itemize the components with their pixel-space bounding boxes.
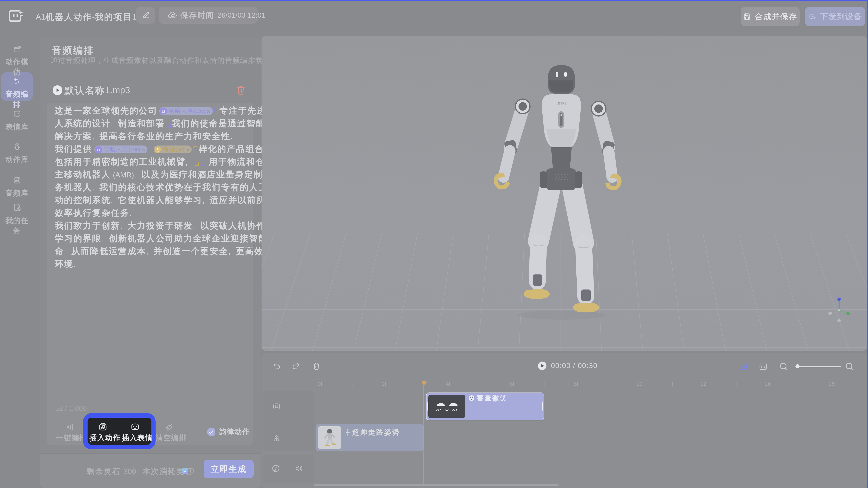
svg-text:U1TR8: U1TR8 [557, 102, 566, 105]
